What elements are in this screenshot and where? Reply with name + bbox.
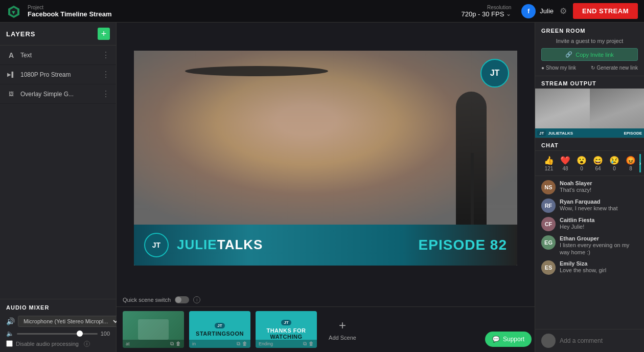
chat-avatar: CF [541,217,556,231]
volume-slider[interactable] [17,333,98,335]
stream-thumbnail: JT JULIETALKS EPISODE [535,89,644,138]
thumbsup-emoji: 👍 [544,156,554,165]
corner-badge: JT [480,59,509,87]
chat-content: Noah Slayer That's crazy! [560,180,638,193]
audio-info-icon: i [84,341,90,347]
toggle-thumb [175,297,181,303]
user-name: Julie [540,7,554,15]
topbar: ▼ Project Facebook Timeline Stream Resol… [0,0,644,23]
heart-emoji: ❤️ [560,156,570,165]
haha-count: 64 [595,166,601,171]
reaction-angry: 😡 8 [623,156,638,171]
left-sidebar: LAYERS + A Text ⋮ ▶▌ 1080P Pro Stream ⋮ … [0,23,117,352]
layer-item[interactable]: A Text ⋮ [0,46,116,65]
quick-switch-toggle[interactable] [175,296,189,303]
chat-avatar: ES [541,260,556,275]
reaction-heart: ❤️ 48 [558,156,573,171]
audio-device-select[interactable]: Microphone (Yeti Stereo Micropl... [18,316,120,327]
show-link-icon: ● [541,65,544,71]
thumbsup-count: 121 [545,166,554,171]
scene-badge: JT [215,323,224,328]
audio-processing-check: Disable audio processing i [6,340,110,347]
podcast-image: JT JT JULIETALKS EPISODE 82 [134,51,517,266]
chat-comment-input[interactable] [560,337,638,344]
scene-title: STARTINGSOON [196,331,244,337]
heart-count: 48 [562,166,568,171]
chat-text: Wow, I never knew that [560,205,638,212]
resolution-label: Resolution [487,5,511,10]
user-avatar: f [521,4,536,18]
episode-bar: JT JULIETALKS EPISODE 82 [134,225,517,266]
layer-item[interactable]: ▶▌ 1080P Pro Stream ⋮ [0,65,116,84]
support-button[interactable]: 💬 Support [485,332,532,347]
show-link-option[interactable]: ● Show my link [541,65,576,71]
chat-message: CF Caitlin Fiesta Hey Julie! [541,217,638,231]
chat-text: I listen every evening on my way home :) [560,241,638,256]
scene-title: THANKS FORWATCHING [266,327,306,340]
scene-copy-icon[interactable]: ⧉ [303,341,307,347]
project-label: Project [28,5,461,10]
add-scene-button[interactable]: + Add Scene [322,311,363,348]
chat-message: RF Ryan Farquaad Wow, I never knew that [541,199,638,213]
green-room-title: GREEN ROOM [541,28,638,34]
scene-delete-icon[interactable]: 🗑 [242,341,247,347]
scene-copy-icon[interactable]: ⧉ [170,341,174,347]
add-scene-label: Add Scene [329,335,356,341]
audio-slider-row: 🔈 100 [6,330,110,337]
chat-username: Noah Slayer [560,180,638,186]
scene-delete-icon[interactable]: 🗑 [309,341,314,347]
right-sidebar: GREEN ROOM Invite a guest to my project … [535,23,644,352]
scene-delete-icon[interactable]: 🗑 [176,341,181,347]
chat-username: Ryan Farquaad [560,199,638,205]
wow-emoji: 😮 [577,156,587,165]
scene-card[interactable]: JT STARTINGSOON in ⧉ 🗑 [189,311,250,348]
haha-emoji: 😄 [593,156,603,165]
link-options: ● Show my link ↻ Generate new link [541,65,638,71]
quick-switch-label: Quick scene switch [123,297,171,303]
chat-content: Caitlin Fiesta Hey Julie! [560,217,638,230]
stream-bar: JT JULIETALKS EPISODE [535,128,644,138]
end-stream-button[interactable]: END STREAM [573,3,638,19]
quick-switch-bar: Quick scene switch i [117,293,535,306]
chat-message: NS Noah Slayer That's crazy! [541,180,638,194]
main-layout: LAYERS + A Text ⋮ ▶▌ 1080P Pro Stream ⋮ … [0,23,644,352]
scene-card[interactable]: JT THANKS FORWATCHING Ending ⧉ 🗑 [256,311,317,348]
chat-messages: NS Noah Slayer That's crazy! RF Ryan Far… [535,176,644,329]
user-info: f Julie [521,4,554,18]
quick-switch-info-icon[interactable]: i [193,296,200,303]
copy-invite-label: Copy Invite link [576,52,614,58]
chat-text: Hey Julie! [560,223,638,230]
episode-label: EPISODE 82 [419,237,507,253]
text-layer-icon: A [6,52,16,59]
show-link-label: Show my link [546,65,576,71]
layer-name: 1080P Pro Stream [20,71,98,78]
settings-icon[interactable]: ⚙ [560,6,567,16]
audio-processing-label: Disable audio processing [16,341,79,347]
layer-menu-icon[interactable]: ⋮ [102,89,110,99]
layer-item[interactable]: 🖼 Overlay Simple G... ⋮ [0,84,116,104]
scene-icons: ⧉ 🗑 [303,341,314,347]
support-icon: 💬 [492,336,500,343]
layer-menu-icon[interactable]: ⋮ [102,70,110,79]
layer-menu-icon[interactable]: ⋮ [102,50,110,60]
chat-header: CHAT [535,138,644,151]
scene-label: in [192,341,196,346]
scene-label: at [126,341,130,346]
layers-title: LAYERS [6,30,36,38]
reaction-haha: 😄 64 [590,156,606,171]
scene-copy-icon[interactable]: ⧉ [237,341,240,347]
resolution-info: Resolution 720p - 30 FPS ⌄ [461,5,511,18]
chat-input-area [535,329,644,352]
scene-card[interactable]: at ⧉ 🗑 [123,311,184,348]
scene-strip: at ⧉ 🗑 JT STARTINGSOON [117,306,535,352]
copy-invite-button[interactable]: 🔗 Copy Invite link [541,48,638,61]
reaction-wow: 😮 0 [574,156,589,171]
chat-avatar: EG [541,235,556,250]
generate-link-option[interactable]: ↻ Generate new link [591,65,638,71]
green-room: GREEN ROOM Invite a guest to my project … [535,23,644,76]
audio-processing-checkbox[interactable] [6,340,13,347]
chat-expand-button[interactable]: › [639,154,641,172]
add-layer-button[interactable]: + [98,28,110,40]
audio-device-control: 🔊 Microphone (Yeti Stereo Micropl... ⇅ [6,316,110,327]
chat-username: Ethan Grouper [560,235,638,241]
